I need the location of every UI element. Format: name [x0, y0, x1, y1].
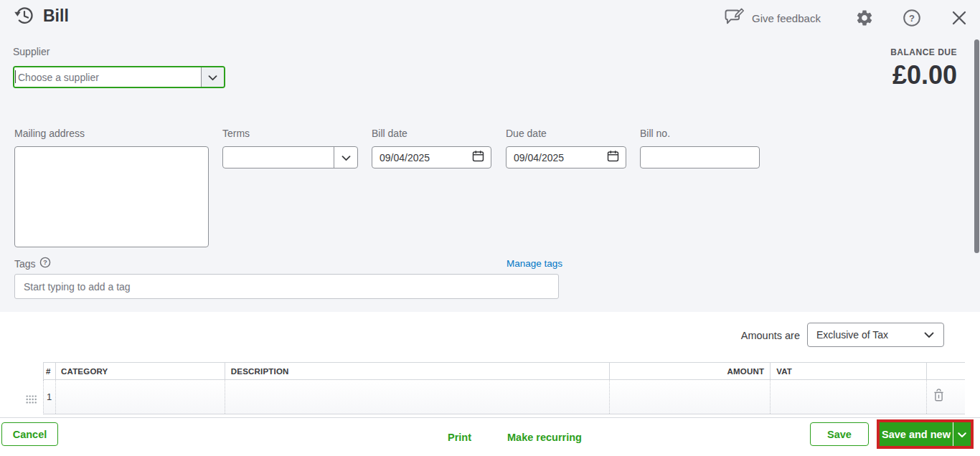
svg-text:?: ? [43, 258, 47, 266]
supplier-dropdown-button[interactable] [201, 67, 224, 87]
column-header-category: CATEGORY [56, 363, 225, 379]
mailing-address-label: Mailing address [14, 128, 85, 139]
column-header-number: # [44, 363, 56, 379]
chevron-down-icon [208, 71, 217, 84]
chevron-down-icon [958, 428, 966, 441]
amounts-are-label: Amounts are [728, 330, 800, 341]
bill-date-field[interactable] [372, 146, 491, 168]
vertical-scrollbar[interactable] [974, 39, 979, 253]
vat-cell[interactable] [771, 380, 927, 414]
manage-tags-link[interactable]: Manage tags [507, 258, 562, 269]
trash-icon[interactable] [933, 389, 944, 405]
amounts-are-select[interactable]: Exclusive of Tax [807, 323, 944, 347]
row-actions-cell [927, 380, 965, 414]
bill-form-page: Bill Give feedback ? [0, 0, 980, 456]
tags-label: Tags [14, 258, 36, 270]
terms-value [223, 147, 334, 168]
supplier-label: Supplier [13, 46, 50, 57]
give-feedback-button[interactable]: Give feedback [725, 7, 821, 29]
tags-input[interactable] [14, 274, 559, 299]
bill-no-input[interactable] [640, 146, 760, 168]
save-button[interactable]: Save [810, 422, 869, 446]
chevron-down-icon [924, 332, 943, 338]
make-recurring-link[interactable]: Make recurring [507, 418, 582, 456]
help-icon[interactable]: ? [903, 9, 921, 30]
column-header-amount: AMOUNT [610, 363, 771, 379]
save-and-new-button[interactable]: Save and new [880, 422, 953, 446]
table-row: 1 [43, 380, 965, 414]
bill-no-label: Bill no. [640, 128, 670, 139]
footer-bar: Cancel Print Make recurring Save Save an… [0, 417, 980, 456]
column-header-actions [927, 363, 965, 379]
amounts-are-value: Exclusive of Tax [808, 329, 924, 341]
row-number: 1 [44, 380, 56, 414]
page-title: Bill [43, 6, 69, 26]
give-feedback-label: Give feedback [752, 12, 821, 24]
print-link[interactable]: Print [448, 418, 471, 456]
calendar-icon[interactable] [607, 150, 619, 165]
due-date-label: Due date [506, 128, 547, 139]
text-cursor [15, 70, 16, 83]
gear-icon[interactable] [855, 9, 874, 30]
chevron-down-icon [341, 151, 351, 164]
balance-due-label: BALANCE DUE [890, 47, 957, 57]
cancel-button[interactable]: Cancel [1, 422, 58, 446]
description-cell[interactable] [225, 380, 611, 414]
terms-dropdown-button[interactable] [334, 147, 357, 168]
column-header-vat: VAT [771, 363, 927, 379]
line-items-table-header: # CATEGORY DESCRIPTION AMOUNT VAT [43, 362, 965, 380]
bill-header-section: Bill Give feedback ? [0, 0, 980, 312]
history-icon[interactable] [14, 5, 35, 29]
bill-date-input[interactable] [380, 152, 472, 163]
amount-cell[interactable] [610, 380, 771, 414]
row-drag-handle[interactable] [26, 394, 37, 407]
save-options-dropdown-button[interactable] [953, 422, 971, 446]
terms-select[interactable] [222, 146, 358, 168]
calendar-icon[interactable] [472, 150, 484, 165]
save-and-new-annotation-highlight: Save and new [877, 419, 974, 449]
column-header-description: DESCRIPTION [225, 363, 611, 379]
mailing-address-textarea[interactable] [14, 146, 209, 247]
tags-help-icon[interactable]: ? [39, 257, 51, 271]
feedback-icon [725, 7, 745, 29]
bill-date-label: Bill date [372, 128, 407, 139]
close-icon[interactable] [951, 10, 967, 29]
svg-text:?: ? [909, 13, 915, 24]
supplier-combobox[interactable] [13, 66, 225, 88]
due-date-input[interactable] [514, 152, 607, 163]
due-date-field[interactable] [506, 146, 626, 168]
terms-label: Terms [222, 128, 250, 139]
balance-due-amount: £0.00 [892, 60, 957, 90]
category-cell[interactable] [56, 380, 225, 414]
supplier-input[interactable] [14, 67, 201, 87]
